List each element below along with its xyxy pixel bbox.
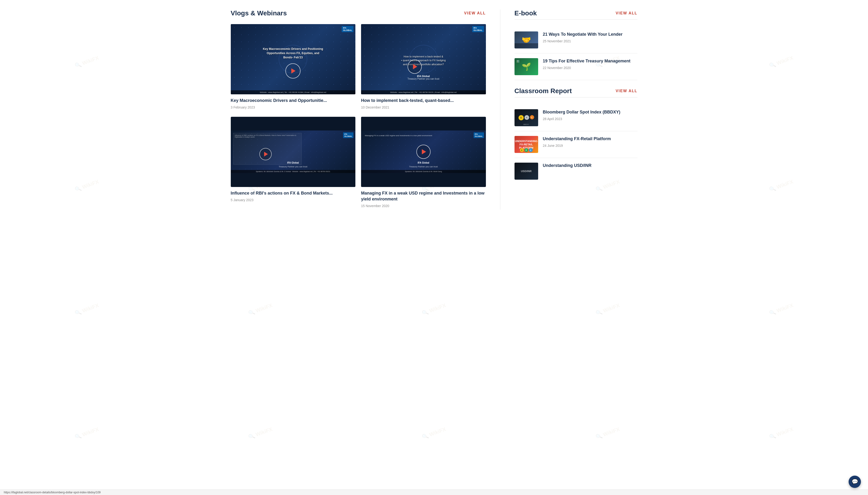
classroom-title-1: Bloomberg Dollar Spot Index (BBDXY) [543,109,637,115]
video-date-3: 5 January 2023 [231,198,356,202]
classroom-info-3: Understanding USD/INR [543,163,637,170]
video-card-4[interactable]: Managing FX in a weak USD regime and Inv… [361,117,486,210]
ebook-date-2: 22 November 2020 [543,66,637,70]
video-thumbnail-1[interactable]: Key Macroeconomic Drivers and Positionin… [231,24,356,94]
watermark-cell: 🔍 WikiFX [678,98,868,219]
watermark-cell: 🔍 WikiFX [0,98,190,219]
ebook-list: 🤝 21 Ways To Negotiate With Your Lender … [514,27,637,80]
watermark-cell: 🔍 WikiFX [678,0,868,150]
classroom-list: $ € £ BBDXY Bloomberg Dollar Spot Index … [514,104,637,184]
video-info-3: Influence of RBI's actions on FX & Bond … [231,187,356,204]
video-thumbnail-3[interactable]: Influence of RBI's actions on FX & Bond … [231,117,356,187]
classroom-title-3: Understanding USD/INR [543,163,637,169]
video-info-1: Key Macroeconomic Drivers and Opportunit… [231,94,356,111]
ebook-item-2[interactable]: 🌱 📊 19 Tips For Effective Treasury Manag… [514,53,637,80]
video-date-2: 10 December 2021 [361,105,486,109]
classroom-section-title: Classroom Report [514,87,572,95]
video-card-2[interactable]: How to implement a back-tested &• quant-… [361,24,486,111]
classroom-title-2: Understanding FX-Retail Platform [543,136,637,142]
video-thumbnail-2[interactable]: How to implement a back-tested &• quant-… [361,24,486,94]
ebook-item-1[interactable]: 🤝 21 Ways To Negotiate With Your Lender … [514,27,637,53]
video-title-2: How to implement back-tested, quant-base… [361,98,486,104]
vlogs-webinars-section: Vlogs & Webinars VIEW ALL Key Macroecono… [231,10,486,210]
ebook-view-all-link[interactable]: VIEW ALL [616,11,637,15]
vlogs-section-title: Vlogs & Webinars [231,10,287,17]
video-date-1: 3 February 2023 [231,105,356,109]
classroom-item-1[interactable]: $ € £ BBDXY Bloomberg Dollar Spot Index … [514,104,637,131]
video-grid: Key Macroeconomic Drivers and Positionin… [231,24,486,210]
video-thumbnail-inner-1: Key Macroeconomic Drivers and Positionin… [231,24,356,94]
video-card-3[interactable]: Influence of RBI's actions on FX & Bond … [231,117,356,210]
classroom-date-2: 24 June 2019 [543,144,637,148]
video-date-4: 15 November 2020 [361,204,486,208]
classroom-view-all-link[interactable]: VIEW ALL [616,89,637,93]
classroom-section: Classroom Report VIEW ALL $ € £ [514,87,637,184]
video-overlay-text-1: Key Macroeconomic Drivers and Positionin… [231,24,356,94]
video-card-1[interactable]: Key Macroeconomic Drivers and Positionin… [231,24,356,111]
classroom-thumbnail-1: $ € £ BBDXY [514,109,538,126]
ebook-section: E-book VIEW ALL 🤝 21 Ways To Negotiate W… [514,10,637,80]
classroom-date-1: 28 April 2023 [543,117,637,121]
classroom-thumbnail-2: UNDERSTANDINGFX-RETAILPLATFORM $ € £ [514,136,538,153]
ebook-info-1: 21 Ways To Negotiate With Your Lender 25… [543,31,637,43]
classroom-thumbnail-3: USD/INR [514,163,538,180]
section-divider [500,10,500,210]
ebook-section-header: E-book VIEW ALL [514,10,637,20]
ebook-title-2: 19 Tips For Effective Treasury Managemen… [543,58,637,64]
right-section: E-book VIEW ALL 🤝 21 Ways To Negotiate W… [514,10,637,210]
classroom-item-2[interactable]: UNDERSTANDINGFX-RETAILPLATFORM $ € £ Und… [514,131,637,158]
ebook-thumbnail-2: 🌱 📊 [514,58,538,75]
watermark-cell: 🔍 WikiFX [0,0,190,150]
classroom-section-header: Classroom Report VIEW ALL [514,87,637,97]
video-thumbnail-inner-2: How to implement a back-tested &• quant-… [361,24,486,94]
classroom-info-1: Bloomberg Dollar Spot Index (BBDXY) 28 A… [543,109,637,121]
video-title-4: Managing FX in a weak USD regime and Inv… [361,190,486,202]
video-info-2: How to implement back-tested, quant-base… [361,94,486,111]
ebook-thumbnail-1: 🤝 [514,31,538,49]
ebook-title-1: 21 Ways To Negotiate With Your Lender [543,31,637,37]
video-title-1: Key Macroeconomic Drivers and Opportunit… [231,98,356,104]
vlogs-view-all-link[interactable]: VIEW ALL [464,11,486,15]
ifa-badge-3: IFAGLOBAL [343,132,354,138]
ebook-info-2: 19 Tips For Effective Treasury Managemen… [543,58,637,70]
vlogs-section-header: Vlogs & Webinars VIEW ALL [231,10,486,17]
ebook-date-1: 25 November 2021 [543,39,637,43]
video-title-3: Influence of RBI's actions on FX & Bond … [231,190,356,196]
classroom-item-3[interactable]: USD/INR Understanding USD/INR [514,158,637,184]
video-thumbnail-4[interactable]: Managing FX in a weak USD regime and Inv… [361,117,486,187]
video-info-4: Managing FX in a weak USD regime and Inv… [361,187,486,210]
ebook-section-title: E-book [514,10,537,17]
video-overlay-text-2: How to implement a back-tested &• quant-… [361,24,486,94]
classroom-info-2: Understanding FX-Retail Platform 24 June… [543,136,637,148]
